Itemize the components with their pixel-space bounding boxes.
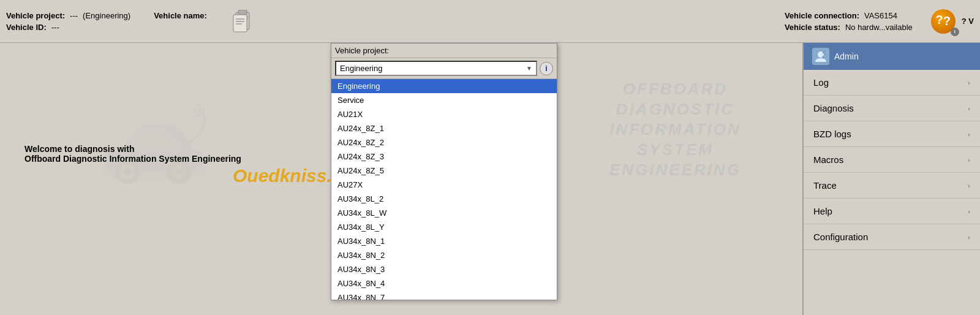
dropdown-item-6[interactable]: AU24x_8Z_5 (331, 164, 557, 178)
watermark-line-engineering: ENGINEERING (609, 161, 741, 180)
vehicle-status-value: No hardw...vailable (845, 23, 913, 32)
paste-icon-container (232, 10, 254, 32)
welcome-line2: Offboard Diagnostic Information System E… (24, 154, 241, 164)
right-panel-header: Admin (804, 43, 980, 70)
svg-point-9 (98, 161, 208, 183)
chevron-icon-log: › (968, 79, 970, 86)
dropdown-select-box[interactable]: Engineering ▼ (335, 61, 537, 76)
watermark-line-information: INFORMATION (609, 120, 741, 139)
svg-point-15 (172, 164, 186, 179)
dropdown-selected-value: Engineering (340, 64, 526, 73)
dropdown-item-8[interactable]: AU34x_8L_2 (331, 192, 557, 206)
watermark-line-diagnostic: DIAGNOSTIC (609, 100, 741, 119)
watermark-line-system: SYSTEM (609, 140, 741, 159)
vehicle-connection-label: Vehicle connection: (785, 11, 859, 20)
header: Vehicle project: --- (Engineering) Vehic… (0, 0, 980, 43)
right-panel-label-help: Help (813, 206, 832, 216)
dropdown-item-13[interactable]: AU34x_8N_3 (331, 262, 557, 276)
vehicle-project-row: Vehicle project: --- (Engineering) Vehic… (6, 11, 207, 20)
right-panel-label-macros: Macros (813, 154, 843, 165)
dropdown-item-11[interactable]: AU34x_8N_1 (331, 234, 557, 248)
vehicle-name-label: Vehicle name: (154, 11, 207, 20)
right-panel-items: Log›Diagnosis›BZD logs›Macros›Trace›Help… (804, 70, 980, 250)
vehicle-status-row: Vehicle status: No hardw...vailable (785, 23, 913, 32)
dropdown-item-1[interactable]: Service (331, 93, 557, 107)
chevron-icon-trace: › (968, 182, 970, 189)
right-panel-label-log: Log (813, 77, 829, 88)
vehicle-id-value: --- (51, 23, 59, 32)
vehicle-project-value: --- (70, 11, 78, 20)
header-left: Vehicle project: --- (Engineering) Vehic… (6, 11, 207, 32)
dropdown-item-9[interactable]: AU34x_8L_W (331, 206, 557, 220)
dropdown-item-2[interactable]: AU21X (331, 107, 557, 121)
svg-point-16 (176, 169, 182, 175)
main-content: OFFBOARD DIAGNOSTIC INFORMATION SYSTEM E… (0, 43, 980, 315)
right-panel-label-trace: Trace (813, 180, 837, 191)
dropdown-item-10[interactable]: AU34x_8L_Y (331, 220, 557, 234)
vehicle-project-label: Vehicle project: (6, 11, 65, 20)
chevron-icon-macros: › (968, 156, 970, 164)
vehicle-connection-row: Vehicle connection: VAS6154 (785, 11, 913, 20)
dropdown-overlay: Vehicle project: Engineering ▼ i Enginee… (331, 43, 557, 300)
right-panel-label-diagnosis: Diagnosis (813, 103, 854, 113)
vehicle-id-label: Vehicle ID: (6, 23, 47, 32)
right-panel-label-bzd-logs: BZD logs (813, 129, 851, 139)
dropdown-item-0[interactable]: Engineering (331, 79, 557, 93)
right-panel-item-configuration[interactable]: Configuration› (804, 224, 980, 250)
right-panel-item-diagnosis[interactable]: Diagnosis› (804, 96, 980, 121)
center-area: OFFBOARD DIAGNOSTIC INFORMATION SYSTEM E… (0, 43, 802, 315)
svg-rect-8 (236, 23, 242, 25)
dropdown-item-4[interactable]: AU24x_8Z_2 (331, 135, 557, 150)
svg-point-13 (124, 169, 130, 175)
help-version: ? V (962, 17, 974, 26)
svg-point-12 (120, 164, 135, 179)
right-panel-item-log[interactable]: Log› (804, 70, 980, 96)
admin-icon (812, 48, 829, 65)
svg-rect-1 (238, 10, 247, 15)
vehicle-status-label: Vehicle status: (785, 23, 840, 32)
watermark-text: OFFBOARD DIAGNOSTIC INFORMATION SYSTEM E… (609, 80, 741, 180)
dropdown-select-container: Engineering ▼ i (331, 58, 557, 79)
header-right: Vehicle connection: VAS6154 Vehicle stat… (785, 11, 913, 32)
right-panel-item-trace[interactable]: Trace› (804, 173, 980, 199)
help-sub-icon: i (951, 28, 959, 36)
dropdown-item-5[interactable]: AU24x_8Z_3 (331, 150, 557, 164)
paste-icon (232, 10, 254, 32)
svg-rect-7 (236, 21, 244, 22)
chevron-icon-diagnosis: › (968, 105, 970, 112)
header-actions: ? i ? V (931, 9, 974, 34)
welcome-text: Welcome to diagnosis with Offboard Diagn… (24, 144, 241, 164)
dropdown-arrow-icon: ▼ (526, 65, 532, 72)
chevron-icon-configuration: › (968, 233, 970, 241)
right-panel-label-configuration: Configuration (813, 232, 868, 242)
admin-label: Admin (834, 51, 859, 61)
dropdown-item-12[interactable]: AU34x_8N_2 (331, 248, 557, 262)
dropdown-item-15[interactable]: AU34x_8N_7 (331, 290, 557, 300)
welcome-line1: Welcome to diagnosis with (24, 144, 241, 154)
dropdown-info-button[interactable]: i (540, 62, 553, 75)
chevron-icon-bzd-logs: › (968, 131, 970, 138)
vehicle-connection-value: VAS6154 (864, 11, 897, 20)
dropdown-project-label: Vehicle project: (335, 46, 389, 55)
help-question-mark: ? (936, 13, 943, 27)
dropdown-item-3[interactable]: AU24x_8Z_1 (331, 121, 557, 135)
dropdown-item-7[interactable]: AU27X (331, 178, 557, 192)
dropdown-item-14[interactable]: AU34x_8N_4 (331, 276, 557, 290)
right-panel-item-macros[interactable]: Macros› (804, 147, 980, 173)
engineering-label: (Engineering) (83, 11, 130, 20)
chevron-icon-help: › (968, 208, 970, 215)
svg-point-17 (194, 105, 204, 115)
watermark-line-offboard: OFFBOARD (609, 80, 741, 99)
right-panel: Admin Log›Diagnosis›BZD logs›Macros›Trac… (802, 43, 980, 315)
help-icon[interactable]: ? i (931, 9, 956, 34)
dropdown-list[interactable]: EngineeringServiceAU21XAU24x_8Z_1AU24x_8… (331, 79, 557, 300)
right-panel-item-bzd-logs[interactable]: BZD logs› (804, 121, 980, 147)
dropdown-label-row: Vehicle project: (331, 44, 557, 58)
right-panel-item-help[interactable]: Help› (804, 199, 980, 224)
vehicle-id-row: Vehicle ID: --- (6, 23, 207, 32)
svg-rect-6 (236, 18, 244, 20)
